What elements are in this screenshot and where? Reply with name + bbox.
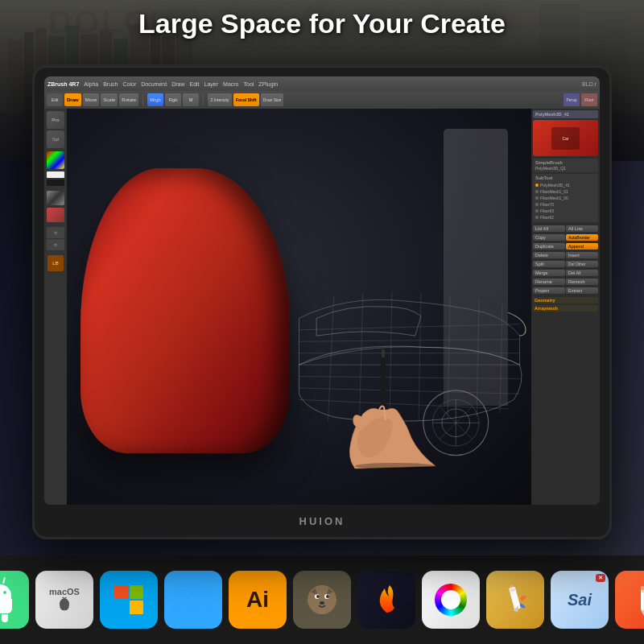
page-headline: Large Space for Your Create	[0, 8, 644, 39]
app-icon-sketchbook[interactable]	[486, 571, 544, 629]
color-picker[interactable]	[47, 151, 64, 169]
toolbar-intensity[interactable]: Z Intensity	[208, 93, 232, 106]
win-tile-red	[114, 585, 128, 599]
menu-item[interactable]: ZPlugin	[258, 81, 278, 87]
insert-btn[interactable]: Insert	[566, 252, 598, 258]
subtool-item[interactable]: Fiber62	[535, 214, 596, 221]
app-icon-vectornator[interactable]	[615, 571, 644, 629]
zbrush-interface: ZBrush 4R7 Alpha Brush Color Document Dr…	[44, 76, 600, 505]
material-sphere[interactable]	[47, 191, 64, 205]
subtool-dot	[535, 184, 539, 187]
toolbar-mrgb[interactable]: Mrgb	[147, 93, 163, 106]
menu-item[interactable]: Draw	[171, 81, 184, 87]
subtool-dot	[535, 190, 539, 193]
subtool-name: Fiber62	[540, 215, 554, 220]
toolbar-rgb[interactable]: Rgb	[165, 93, 181, 106]
color-wheel-inner	[441, 590, 460, 609]
android-antenna	[0, 577, 5, 584]
left-btn-splitter[interactable]: Spl	[47, 130, 64, 148]
del-other-btn[interactable]: Del Other	[566, 261, 598, 267]
subtool-section: SubTool PolyMesh3D_41 FiberMesh1_01	[533, 174, 598, 222]
toolbar-draw-size[interactable]: Draw Size	[261, 93, 284, 106]
menu-item[interactable]: Color	[123, 81, 137, 87]
app-icon-gimp[interactable]	[293, 571, 351, 629]
menu-item[interactable]: Alpha	[84, 81, 98, 87]
simple-brush-btn[interactable]: PolyMesh3D_Q1	[535, 166, 596, 171]
menu-item[interactable]: Document	[141, 81, 167, 87]
menu-item[interactable]: Brush	[103, 81, 118, 87]
app-icon-photoshop[interactable]: Ps	[164, 571, 222, 629]
subtool-item[interactable]: Fiber70	[535, 201, 596, 208]
extract-btn[interactable]: Extract	[566, 287, 598, 294]
merge-btn[interactable]: Merge	[533, 270, 565, 276]
split-btn[interactable]: Split	[533, 261, 565, 267]
macos-label: macOS	[49, 587, 80, 597]
subtool-item[interactable]: Fiber63	[535, 208, 596, 214]
left-tool-btn[interactable]: ⟳	[47, 239, 64, 250]
toolbar-persp[interactable]: Persp	[564, 93, 580, 106]
rename-btn[interactable]: Rename	[533, 279, 565, 285]
menu-item[interactable]: Layer	[204, 81, 219, 87]
subtool-name: FiberMesh1_00	[540, 196, 568, 200]
app-icon-sai[interactable]: Sai ✕	[551, 571, 609, 629]
toolbar-m[interactable]: M	[183, 93, 199, 106]
sai-text: Sai	[568, 591, 592, 609]
append-btn[interactable]: Append	[566, 243, 598, 250]
leg-right	[2, 614, 8, 622]
subtool-dot	[535, 203, 539, 206]
android-legs	[0, 614, 8, 622]
copy-btn[interactable]: Copy	[533, 234, 565, 241]
left-btn-projection[interactable]: Pro	[47, 111, 64, 129]
app-icon-windows[interactable]	[100, 571, 158, 629]
menu-item[interactable]: Tool	[244, 81, 254, 87]
color-black	[47, 180, 64, 186]
polymesh-header: PolyMesh3D_41	[533, 110, 598, 118]
subtool-item[interactable]: FiberMesh1_00	[535, 195, 596, 201]
toolbar-focal[interactable]: Focal Shift	[233, 93, 259, 106]
app-icon-macos[interactable]: macOS	[35, 571, 93, 629]
svg-marker-36	[641, 610, 644, 616]
win-tile-green	[130, 585, 143, 599]
tool-thumbnail[interactable]: Car	[533, 120, 598, 156]
tablet-device: ZBrush 4R7 Alpha Brush Color Document Dr…	[32, 64, 612, 539]
duplicate-btn[interactable]: Duplicate	[533, 243, 565, 250]
app-icon-krita[interactable]	[357, 571, 415, 629]
app-icon-illustrator[interactable]: Ai	[229, 571, 287, 629]
list-all-btn[interactable]: List All	[533, 225, 565, 232]
ps-text: Ps	[180, 587, 207, 613]
app-icon-icolorama[interactable]	[422, 571, 480, 629]
subtool-dot	[535, 209, 539, 213]
remesh-btn[interactable]: Remesh	[566, 279, 598, 285]
toolbar-rotate[interactable]: Rotate	[119, 93, 138, 106]
app-icon-android[interactable]	[0, 571, 29, 629]
zbrush-canvas[interactable]	[67, 109, 531, 505]
hand-with-pen	[315, 341, 476, 473]
toolbar-move[interactable]: Move	[83, 93, 100, 106]
autobrorder-btn[interactable]: AutoBrorder	[566, 234, 598, 241]
menu-item[interactable]: Macro	[223, 81, 238, 87]
android-eye-right	[3, 591, 6, 594]
subtool-name: Fiber70	[540, 202, 554, 207]
tablet-screen[interactable]: ZBrush 4R7 Alpha Brush Color Document Dr…	[44, 76, 600, 505]
delete-btn[interactable]: Delete	[533, 252, 565, 258]
menu-item[interactable]: Edit	[189, 81, 199, 87]
lightbox-btn[interactable]: LB	[47, 255, 64, 271]
subtool-title: SubTool	[535, 175, 596, 180]
app-icons-bar: macOS Ps Ai	[0, 555, 644, 644]
left-tool-btn[interactable]: ⟲	[47, 227, 64, 238]
gimp-logo	[304, 582, 340, 617]
all-low-btn[interactable]: All Low	[566, 225, 598, 232]
material-color[interactable]	[47, 208, 64, 222]
toolbar-floor[interactable]: Floor	[581, 93, 597, 106]
del-all-btn[interactable]: Del All	[566, 270, 598, 276]
win-tile-blue	[114, 601, 128, 614]
android-robot	[0, 577, 12, 622]
android-head	[0, 584, 11, 601]
subtool-item[interactable]: PolyMesh3D_41	[535, 182, 596, 188]
toolbar-draw[interactable]: Draw	[64, 93, 81, 106]
project-btn[interactable]: Project	[533, 287, 565, 294]
subtool-item[interactable]: FiberMesh1_01	[535, 188, 596, 195]
win-tile-yellow	[130, 601, 143, 614]
toolbar-scale[interactable]: Scale	[101, 93, 118, 106]
toolbar-edit[interactable]: Edit	[47, 93, 63, 106]
